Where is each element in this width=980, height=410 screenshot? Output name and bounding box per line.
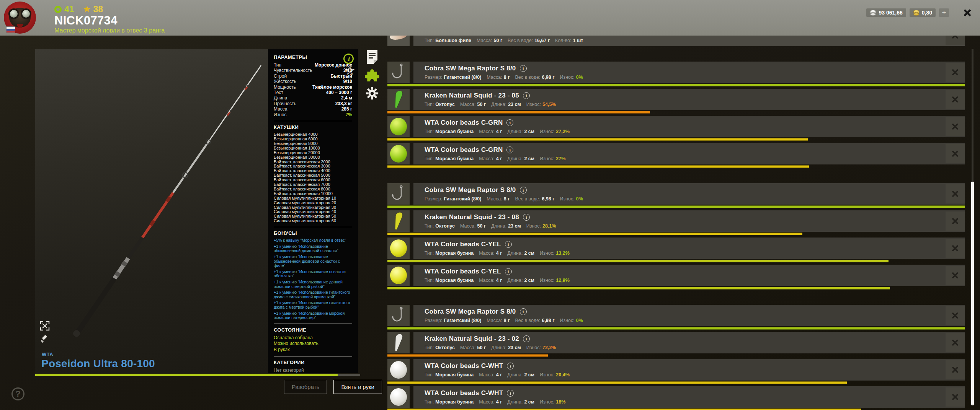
param-label: Мощность xyxy=(274,85,296,90)
item-info-icon[interactable]: i xyxy=(507,363,514,369)
remove-item-button[interactable] xyxy=(946,212,965,231)
reel-option: Силовая мультипликаторная 60 xyxy=(274,219,352,223)
item-icon-cell xyxy=(387,36,410,46)
item-info-icon[interactable]: i xyxy=(523,335,530,342)
param-row: СтройБыстрый xyxy=(274,73,352,79)
param-label: Длина xyxy=(274,95,287,101)
disassemble-button[interactable]: Разобрать xyxy=(284,380,327,394)
silver-currency: 93 061,66 xyxy=(866,8,906,17)
remove-item-button[interactable] xyxy=(946,90,965,109)
remove-item-button[interactable] xyxy=(946,266,965,285)
item-info-icon[interactable]: i xyxy=(520,308,527,315)
equipment-item-row[interactable]: WTA Color beads C-GRN i Тип:Морская буси… xyxy=(387,143,965,164)
tool-column xyxy=(364,50,380,100)
detail-value: 27,2% xyxy=(556,129,569,134)
parameters-panel: i ☆ ПАРАМЕТРЫ ТипМорское донноеЧувствите… xyxy=(268,49,358,373)
edit-pencil-icon[interactable] xyxy=(40,334,49,343)
close-icon[interactable] xyxy=(962,8,972,18)
equipment-item-row[interactable]: WTA Color beads C-YEL i Тип:Морская буси… xyxy=(387,238,965,259)
assembly-puzzle-icon[interactable] xyxy=(365,68,379,83)
favorite-star-icon[interactable]: ☆ xyxy=(345,65,355,76)
item-durability-bar xyxy=(387,354,548,357)
item-details: Размер:Гигантский (8/0)Масса:8 гВес в во… xyxy=(425,75,583,80)
notes-icon[interactable] xyxy=(366,50,378,64)
item-info-icon[interactable]: i xyxy=(523,92,530,99)
param-row: Масса285 г xyxy=(274,106,352,112)
item-details: Тип:Морская бусинаМасса:4 гДлина:2 смИзн… xyxy=(425,251,570,256)
item-icon-cell xyxy=(387,210,410,232)
stars-value: 38 xyxy=(93,4,103,15)
equipment-item-row[interactable]: Kraken Natural Squid - 23 - 02 i Тип:Окт… xyxy=(387,332,965,353)
bead-white-icon xyxy=(390,388,407,406)
item-info-icon[interactable]: i xyxy=(520,65,527,72)
bead-green-icon xyxy=(390,118,407,135)
add-currency-button[interactable]: + xyxy=(939,8,949,17)
equipment-item-row[interactable]: Cobra SW Mega Raptor S 8/0 i Размер:Гига… xyxy=(387,305,965,326)
detail-label: Износ: xyxy=(540,399,554,405)
level-value: 41 xyxy=(64,4,74,15)
bonus-line: +1 к умению "Использование донной оснаст… xyxy=(274,280,352,289)
bonus-line: +1 к умению "Использование гигантского д… xyxy=(274,301,352,309)
detail-label: Износ: xyxy=(526,102,541,107)
scrollbar-thumb[interactable] xyxy=(971,182,974,405)
take-in-hands-button[interactable]: Взять в руки xyxy=(333,380,382,394)
equipment-item-row[interactable]: i Тип:Большое филеМасса:50 гВес в воде:1… xyxy=(387,36,965,46)
equipment-item-row[interactable]: WTA Color beads C-WHT i Тип:Морская буси… xyxy=(387,386,965,408)
detail-label: Длина: xyxy=(491,223,506,229)
remove-item-button[interactable] xyxy=(946,144,965,163)
detail-value: 50 г xyxy=(477,102,486,107)
detail-label: Масса: xyxy=(487,318,502,323)
item-info-icon[interactable]: i xyxy=(507,390,514,397)
item-info-icon[interactable]: i xyxy=(523,214,530,221)
item-durability-bar xyxy=(387,327,965,330)
detail-label: Длина: xyxy=(507,372,523,377)
detail-value: Октопус xyxy=(435,223,455,229)
detail-value: 8 г xyxy=(504,318,510,323)
item-details: Тип:ОктопусМасса:50 гДлина:23 смИзнос:28… xyxy=(425,223,556,229)
detail-label: Вес в воде: xyxy=(515,196,540,202)
equipment-item-row[interactable]: Kraken Natural Squid - 23 - 08 i Тип:Окт… xyxy=(387,210,965,232)
remove-item-button[interactable] xyxy=(946,387,965,407)
detail-value: Гигантский (8/0) xyxy=(444,318,481,323)
info-icon[interactable]: i xyxy=(343,54,354,64)
remove-item-button[interactable] xyxy=(946,36,965,45)
detail-label: Вес в воде: xyxy=(515,75,540,80)
item-icon-cell xyxy=(387,116,410,137)
remove-item-button[interactable] xyxy=(946,306,965,325)
detail-value: 54,5% xyxy=(542,102,556,107)
item-info-icon[interactable]: i xyxy=(520,187,527,194)
item-info-icon[interactable]: i xyxy=(506,119,513,126)
detail-label: Длина: xyxy=(507,251,523,256)
detail-value: 27% xyxy=(556,156,565,161)
remove-item-button[interactable] xyxy=(946,184,965,203)
item-info-icon[interactable]: i xyxy=(505,241,512,248)
remove-item-button[interactable] xyxy=(946,360,965,379)
detail-value: Морская бусина xyxy=(435,399,474,405)
remove-item-button[interactable] xyxy=(946,117,965,136)
equipment-item-row[interactable]: Cobra SW Mega Raptor S 8/0 i Размер:Гига… xyxy=(387,62,965,83)
item-info-icon[interactable]: i xyxy=(506,146,513,153)
equipment-item-row[interactable]: WTA Color beads C-WHT i Тип:Морская буси… xyxy=(387,359,965,381)
detail-value: 6,98 г xyxy=(542,318,554,323)
state-title: СОСТОЯНИЕ xyxy=(274,327,352,333)
detail-value: 6,98 г xyxy=(542,196,554,202)
item-durability-bar xyxy=(387,233,802,235)
equipment-item-row[interactable]: Kraken Natural Squid - 23 - 05 i Тип:Окт… xyxy=(387,89,965,110)
remove-item-button[interactable] xyxy=(946,239,965,258)
equipment-item-row[interactable]: Cobra SW Mega Raptor S 8/0 i Размер:Гига… xyxy=(387,183,965,205)
rod-preview: WTA Poseidon Ultra 80-100 xyxy=(35,49,268,373)
remove-item-button[interactable] xyxy=(946,63,965,82)
detail-label: Длина: xyxy=(507,129,523,134)
remove-item-button[interactable] xyxy=(946,333,965,352)
item-info-icon[interactable]: i xyxy=(505,268,512,275)
detail-label: Размер: xyxy=(425,318,442,323)
settings-gear-icon[interactable] xyxy=(366,87,379,100)
player-stars: ★ 38 xyxy=(83,4,103,15)
param-row: ТипМорское донное xyxy=(274,62,352,68)
state-line: В руках xyxy=(274,347,352,353)
equipment-item-row[interactable]: WTA Color beads C-YEL i Тип:Морская буси… xyxy=(387,265,965,286)
equipment-item-row[interactable]: WTA Color beads C-GRN i Тип:Морская буси… xyxy=(387,116,965,137)
help-button[interactable]: ? xyxy=(11,387,24,400)
expand-icon[interactable] xyxy=(40,321,50,331)
detail-value: Морская бусина xyxy=(435,129,474,134)
